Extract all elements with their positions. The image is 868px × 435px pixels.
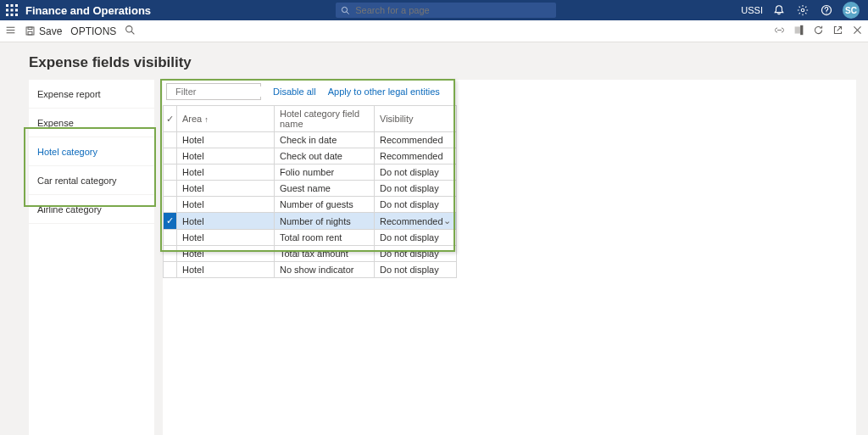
cell-area[interactable]: Hotel	[177, 230, 275, 246]
row-checkbox[interactable]	[164, 262, 177, 278]
row-checkbox[interactable]	[164, 132, 177, 148]
app-launcher-icon[interactable]	[3, 2, 20, 19]
apply-link[interactable]: Apply to other legal entities	[328, 86, 440, 97]
company-label[interactable]: USSI	[741, 5, 763, 15]
cell-area[interactable]: Hotel	[177, 246, 275, 262]
row-checkbox[interactable]	[164, 197, 177, 213]
global-search-input[interactable]	[355, 5, 551, 15]
office-icon[interactable]	[793, 25, 804, 38]
cell-visibility[interactable]: Do not display	[375, 230, 457, 246]
svg-rect-18	[28, 27, 32, 29]
app-title: Finance and Operations	[25, 4, 151, 17]
svg-line-10	[347, 11, 349, 14]
col-header-visibility[interactable]: Visibility	[375, 106, 457, 132]
svg-rect-1	[11, 4, 14, 7]
cell-visibility[interactable]: Do not display	[375, 262, 457, 278]
table-row[interactable]: HotelCheck in dateRecommended	[164, 132, 457, 148]
cell-field[interactable]: Total tax amount	[275, 246, 375, 262]
tab-car-rental-category[interactable]: Car rental category	[29, 166, 154, 195]
svg-point-20	[126, 25, 132, 31]
notifications-icon[interactable]	[771, 3, 787, 18]
svg-rect-5	[15, 9, 18, 12]
select-all-checkbox[interactable]: ✓	[164, 106, 177, 132]
cell-area[interactable]: Hotel	[177, 181, 275, 197]
cell-field[interactable]: Total room rent	[275, 230, 375, 246]
tab-expense[interactable]: Expense	[29, 109, 154, 137]
svg-rect-23	[800, 25, 803, 34]
col-header-area[interactable]: Area↑	[177, 106, 275, 132]
settings-icon[interactable]	[795, 3, 810, 18]
cell-visibility[interactable]: Recommended	[375, 132, 457, 148]
cell-field[interactable]: Check in date	[275, 132, 375, 148]
row-checkbox[interactable]	[164, 181, 177, 197]
hamburger-icon[interactable]	[5, 25, 16, 38]
svg-line-21	[132, 31, 135, 34]
svg-rect-17	[26, 27, 34, 35]
disable-all-link[interactable]: Disable all	[273, 86, 316, 97]
page-title: Expense fields visibility	[29, 54, 856, 71]
main-content: Disable all Apply to other legal entitie…	[163, 80, 856, 435]
tab-list: Expense reportExpenseHotel categoryCar r…	[29, 80, 154, 435]
tab-airline-category[interactable]: Airline category	[29, 195, 154, 224]
cell-area[interactable]: Hotel	[177, 148, 275, 165]
table-row[interactable]: HotelGuest nameDo not display	[164, 181, 457, 197]
row-checkbox[interactable]	[164, 148, 177, 165]
svg-rect-3	[6, 9, 8, 12]
cell-field[interactable]: No show indicator	[275, 262, 375, 278]
refresh-icon[interactable]	[813, 25, 824, 38]
tab-hotel-category[interactable]: Hotel category	[29, 137, 154, 166]
row-checkbox[interactable]	[164, 246, 177, 262]
global-search[interactable]	[336, 3, 556, 18]
save-label: Save	[39, 25, 62, 37]
cell-field[interactable]: Folio number	[275, 165, 375, 181]
svg-point-13	[826, 13, 826, 14]
save-icon	[25, 25, 36, 36]
close-icon[interactable]	[852, 25, 863, 38]
table-row[interactable]: HotelFolio numberDo not display	[164, 165, 457, 181]
cell-visibility[interactable]: Do not display	[375, 246, 457, 262]
save-button[interactable]: Save	[25, 25, 62, 37]
chevron-down-icon[interactable]: ⌄	[443, 215, 451, 226]
cell-area[interactable]: Hotel	[177, 165, 275, 181]
cell-field[interactable]: Number of guests	[275, 197, 375, 213]
cell-visibility[interactable]: Recommended⌄	[375, 213, 457, 230]
table-row[interactable]: HotelTotal room rentDo not display	[164, 230, 457, 246]
cell-visibility[interactable]: Do not display	[375, 197, 457, 213]
svg-rect-8	[15, 14, 18, 16]
search-action-icon[interactable]	[125, 25, 136, 38]
tab-expense-report[interactable]: Expense report	[29, 80, 154, 109]
cell-field[interactable]: Check out date	[275, 148, 375, 165]
cell-visibility[interactable]: Do not display	[375, 181, 457, 197]
table-row[interactable]: HotelCheck out dateRecommended	[164, 148, 457, 165]
search-icon	[341, 6, 350, 15]
row-checkbox[interactable]: ✓	[164, 213, 177, 230]
filter-input-wrapper[interactable]	[166, 83, 261, 100]
cell-area[interactable]: Hotel	[177, 213, 275, 230]
col-header-field[interactable]: Hotel category field name	[275, 106, 375, 132]
cell-area[interactable]: Hotel	[177, 132, 275, 148]
open-new-icon[interactable]	[832, 25, 843, 38]
cell-area[interactable]: Hotel	[177, 262, 275, 278]
user-avatar[interactable]: SC	[843, 2, 860, 19]
row-checkbox[interactable]	[164, 165, 177, 181]
cell-area[interactable]: Hotel	[177, 197, 275, 213]
table-row[interactable]: HotelNumber of guestsDo not display	[164, 197, 457, 213]
link-icon[interactable]	[774, 25, 785, 38]
svg-rect-4	[11, 9, 14, 12]
row-checkbox[interactable]	[164, 230, 177, 246]
action-bar: Save OPTIONS	[0, 20, 868, 42]
cell-field[interactable]: Number of nights	[275, 213, 375, 230]
svg-rect-6	[6, 14, 8, 16]
svg-point-9	[342, 7, 348, 12]
table-row[interactable]: HotelTotal tax amountDo not display	[164, 246, 457, 262]
cell-field[interactable]: Guest name	[275, 181, 375, 197]
help-icon[interactable]	[819, 3, 834, 18]
cell-visibility[interactable]: Do not display	[375, 165, 457, 181]
table-row[interactable]: HotelNo show indicatorDo not display	[164, 262, 457, 278]
table-row[interactable]: ✓HotelNumber of nightsRecommended⌄	[164, 213, 457, 230]
svg-rect-22	[795, 26, 801, 33]
svg-rect-7	[11, 14, 14, 16]
svg-point-11	[801, 8, 804, 12]
options-button[interactable]: OPTIONS	[70, 25, 116, 37]
cell-visibility[interactable]: Recommended	[375, 148, 457, 165]
